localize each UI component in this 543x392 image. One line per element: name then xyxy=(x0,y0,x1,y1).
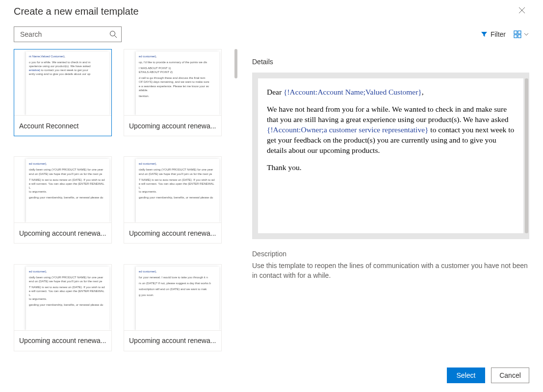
template-label: Upcoming account renewa... xyxy=(14,222,111,243)
details-pane: Details Dear {!Account:Account Name;Valu… xyxy=(239,49,529,360)
svg-rect-4 xyxy=(514,35,517,38)
preview-scrollbar[interactable] xyxy=(525,78,528,233)
template-thumbnail: nt Name;Valued Customer}, o you for a wh… xyxy=(14,49,111,115)
template-thumbnail: ed customer}, cially been using (YOUR PR… xyxy=(14,265,111,330)
template-thumbnail: ed customer}, cially been using (YOUR PR… xyxy=(124,157,221,222)
gallery-scrollbar[interactable] xyxy=(234,49,237,78)
template-label: Account Reconnect xyxy=(14,115,111,136)
template-thumbnail: ed customer}, cially been using (YOUR PR… xyxy=(14,157,111,222)
template-card[interactable]: ed customer}, for your renewal. I would … xyxy=(124,264,222,351)
template-gallery-wrapper: nt Name;Valued Customer}, o you for a wh… xyxy=(14,49,239,360)
template-label: Upcoming account renewa... xyxy=(124,222,221,243)
template-gallery[interactable]: nt Name;Valued Customer}, o you for a wh… xyxy=(14,49,239,360)
template-card[interactable]: ed customer}, up, I'd like to provide a … xyxy=(124,49,222,136)
template-label: Upcoming account renewa... xyxy=(124,330,221,351)
description-label: Description xyxy=(252,250,529,258)
dialog-footer: Select Cancel xyxy=(0,360,543,392)
filter-icon xyxy=(481,31,488,38)
preview-content: Dear {!Account:Account Name;Valued Custo… xyxy=(258,78,523,233)
filter-button[interactable]: Filter xyxy=(481,30,506,38)
preview-body: We have not heard from you for a while. … xyxy=(267,104,515,156)
search-box[interactable] xyxy=(14,26,122,42)
template-thumbnail: ed customer}, for your renewal. I would … xyxy=(124,265,221,330)
merge-field: {!Account:Owner;a customer service repre… xyxy=(267,125,428,134)
toolbar: Filter xyxy=(0,21,543,49)
template-label: Upcoming account renewa... xyxy=(14,330,111,351)
close-icon xyxy=(518,7,525,14)
svg-rect-5 xyxy=(518,35,521,38)
svg-point-0 xyxy=(110,31,115,36)
details-heading: Details xyxy=(252,58,529,66)
cancel-button[interactable]: Cancel xyxy=(491,368,529,383)
template-card[interactable]: ed customer}, cially been using (YOUR PR… xyxy=(14,156,112,244)
search-input[interactable] xyxy=(20,30,109,38)
template-thumbnail: ed customer}, up, I'd like to provide a … xyxy=(124,49,221,115)
preview-closing: Thank you. xyxy=(267,163,515,173)
merge-field: {!Account:Account Name;Valued Customer} xyxy=(284,88,422,96)
description-text: Use this template to reopen the lines of… xyxy=(252,261,529,281)
search-icon xyxy=(109,30,117,38)
filter-label: Filter xyxy=(491,30,506,38)
preview-container: Dear {!Account:Account Name;Valued Custo… xyxy=(252,73,529,239)
content-area: nt Name;Valued Customer}, o you for a wh… xyxy=(0,49,543,360)
template-label: Upcoming account renewa... xyxy=(124,115,221,136)
template-card[interactable]: nt Name;Valued Customer}, o you for a wh… xyxy=(14,49,112,136)
dialog-header: Create a new email template xyxy=(0,0,543,21)
view-switcher[interactable] xyxy=(514,30,529,38)
svg-rect-2 xyxy=(514,31,517,34)
template-card[interactable]: ed customer}, cially been using (YOUR PR… xyxy=(14,264,112,351)
svg-line-1 xyxy=(115,36,117,38)
toolbar-right: Filter xyxy=(481,30,529,38)
dialog-title: Create a new email template xyxy=(14,6,139,17)
template-card[interactable]: ed customer}, cially been using (YOUR PR… xyxy=(124,156,222,244)
chevron-down-icon xyxy=(523,31,529,37)
svg-rect-3 xyxy=(518,31,521,34)
preview-greeting: Dear {!Account:Account Name;Valued Custo… xyxy=(267,87,515,98)
close-button[interactable] xyxy=(515,5,529,18)
grid-icon xyxy=(514,30,521,38)
select-button[interactable]: Select xyxy=(447,368,485,383)
